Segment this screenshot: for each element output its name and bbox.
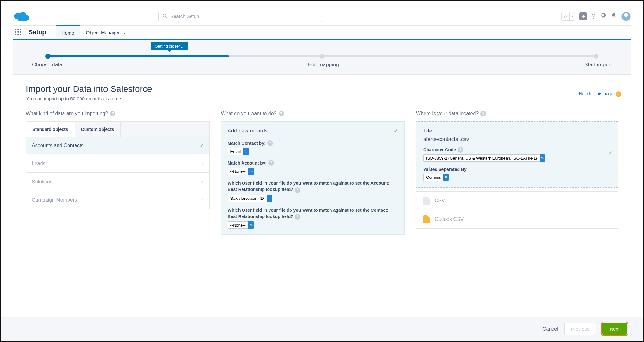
plus-icon: ＋: [580, 13, 586, 20]
column-data-location: Where is your data located? ? ✓ File ale…: [416, 111, 618, 235]
info-icon[interactable]: ?: [279, 111, 284, 116]
app-name: Setup: [29, 29, 46, 36]
charcode-label: Character Code ?: [423, 147, 611, 153]
info-icon[interactable]: ?: [480, 111, 486, 116]
add-records-panel: Add new records ✓ Match Contact by: ? Em…: [221, 121, 405, 235]
main-content: Import your Data into Salesforce You can…: [13, 75, 631, 272]
sep-label: Values Separated By: [423, 167, 611, 172]
global-create-button[interactable]: ＋: [579, 12, 587, 20]
select-caret-icon: ⇅: [248, 168, 254, 175]
sep-select[interactable]: Comma ⇅: [423, 174, 449, 181]
favorites-button[interactable]: ☆ ▾: [561, 12, 575, 21]
file-icon: [423, 197, 430, 205]
file-option-csv[interactable]: CSV: [416, 191, 618, 210]
header-actions: ☆ ▾ ＋ ?: [561, 12, 631, 21]
col1-heading: What kind of data are you importing? ?: [26, 111, 210, 116]
match-contact-label: Match Contact by: ?: [228, 140, 398, 146]
help-badge-icon: ?: [616, 91, 621, 97]
global-search[interactable]: [158, 11, 322, 22]
check-icon: ✓: [200, 143, 204, 149]
object-type-tabs: Standard objects Custom objects: [26, 121, 210, 137]
star-icon: ☆: [562, 14, 569, 19]
match-contact-select[interactable]: Email ⇅: [228, 148, 249, 155]
file-heading: File: [423, 128, 611, 134]
gear-icon[interactable]: [600, 12, 606, 20]
info-icon[interactable]: ?: [295, 214, 300, 220]
page-title: Import your Data into Salesforce: [26, 84, 618, 94]
svg-line-1: [166, 16, 167, 18]
check-icon: ✓: [394, 127, 398, 134]
column-data-type: What kind of data are you importing? ? S…: [26, 111, 210, 235]
user-avatar[interactable]: [621, 12, 631, 21]
search-input[interactable]: [170, 14, 318, 19]
select-caret-icon: ⇅: [443, 174, 449, 181]
salesforce-logo-icon: [13, 11, 30, 22]
chevron-down-icon: ⌄: [123, 30, 126, 35]
select-caret-icon: ⇅: [243, 148, 249, 155]
chevron-right-icon: ›: [202, 197, 204, 203]
info-icon[interactable]: ?: [268, 160, 274, 166]
app-launcher-icon[interactable]: [15, 29, 22, 36]
list-item-accounts-contacts[interactable]: Accounts and Contacts ✓: [26, 137, 210, 154]
charcode-select[interactable]: ISO-8859-1 (General US & Western Europea…: [423, 154, 545, 162]
list-item-leads[interactable]: Leads ›: [26, 154, 210, 173]
info-icon[interactable]: ?: [295, 187, 300, 193]
chevron-right-icon: ›: [202, 178, 204, 185]
cancel-button[interactable]: Cancel: [542, 326, 558, 332]
col3-heading: Where is your data located? ?: [416, 111, 618, 116]
previous-button[interactable]: Previous: [564, 323, 596, 335]
progress-label-2: Edit mapping: [308, 62, 339, 68]
wizard-progress: Getting closer ... Choose data Edit mapp…: [13, 40, 631, 75]
info-icon[interactable]: ?: [458, 147, 463, 153]
match-account-select[interactable]: --None-- ⇅: [228, 168, 254, 175]
list-item-campaign-members[interactable]: Campaign Members ›: [26, 191, 210, 209]
col2-heading: What do you want to do? ?: [221, 111, 405, 116]
column-action: What do you want to do? ? Add new record…: [221, 111, 405, 235]
file-option-outlook-csv[interactable]: Outlook CSV: [416, 210, 618, 229]
tab-object-manager[interactable]: Object Manager ⌄: [80, 25, 132, 39]
context-bar: Setup Home Object Manager ⌄: [13, 26, 631, 40]
select-caret-icon: ⇅: [540, 154, 545, 162]
progress-dot-1: [45, 54, 50, 59]
bell-icon[interactable]: [611, 12, 617, 20]
progress-dot-3: [594, 54, 598, 59]
info-icon[interactable]: ?: [110, 111, 115, 116]
panel-title: Add new records: [228, 128, 268, 134]
match-account-label: Match Account by: ?: [228, 160, 398, 166]
lookup-account-select[interactable]: Salesforce.com ID ⇅: [228, 195, 272, 202]
wizard-footer: Cancel Previous Next: [1, 317, 643, 341]
tab-home[interactable]: Home: [56, 25, 80, 39]
select-caret-icon: ⇅: [267, 195, 272, 202]
next-button[interactable]: Next: [602, 323, 627, 335]
tab-filler: [121, 122, 209, 137]
progress-tooltip: Getting closer ...: [151, 42, 188, 50]
lookup-contact-label: Which User field in your file do you wan…: [228, 207, 398, 220]
progress-label-3: Start import: [584, 62, 612, 68]
help-page-link[interactable]: Help for this page ?: [579, 91, 621, 97]
tab-standard-objects[interactable]: Standard objects: [26, 122, 75, 137]
progress-label-1: Choose data: [32, 62, 62, 68]
help-icon[interactable]: ?: [592, 12, 596, 20]
chevron-down-icon: ▾: [569, 12, 575, 20]
chevron-right-icon: ›: [202, 160, 204, 167]
list-item-solutions[interactable]: Solutions ›: [26, 173, 210, 191]
progress-fill: [48, 55, 229, 57]
file-panel: ✓ File alerts-contacts .csv Character Co…: [416, 121, 618, 188]
info-icon[interactable]: ?: [267, 140, 273, 146]
select-caret-icon: ⇅: [248, 221, 254, 229]
outlook-file-icon: [423, 215, 430, 223]
svg-point-0: [163, 14, 166, 17]
page-subtitle: You can import up to 50,000 records at a…: [26, 96, 618, 101]
lookup-contact-select[interactable]: --None-- ⇅: [228, 221, 254, 229]
file-name: alerts-contacts .csv: [423, 136, 611, 143]
progress-dot-2: [320, 54, 324, 59]
tab-custom-objects[interactable]: Custom objects: [75, 122, 121, 137]
global-header: ☆ ▾ ＋ ?: [13, 7, 631, 26]
progress-track: [48, 55, 596, 57]
check-icon: ✓: [608, 150, 612, 156]
search-icon: [163, 14, 167, 19]
lookup-account-label: Which User field in your file do you wan…: [228, 180, 398, 193]
